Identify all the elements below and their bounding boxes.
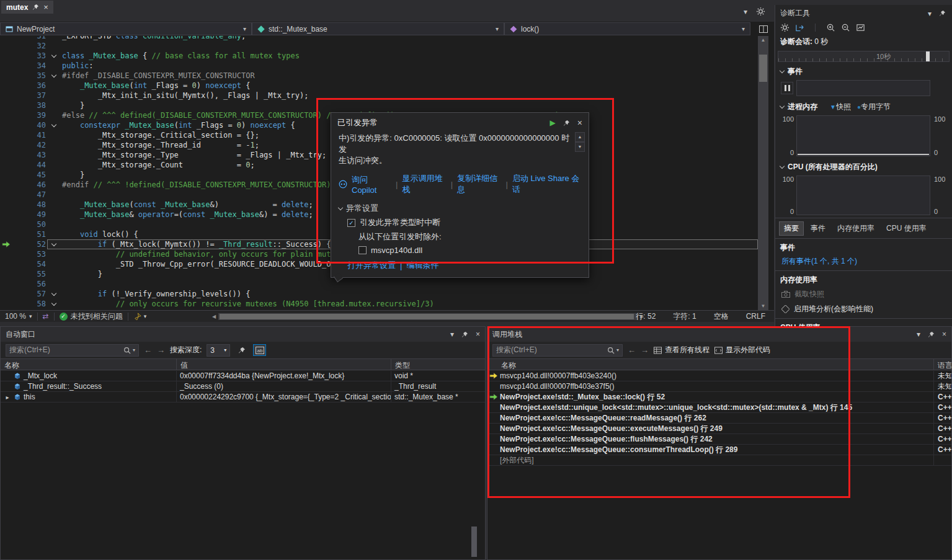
- code-line[interactable]: 58 // only occurs for recursive mutexes …: [0, 299, 758, 309]
- navigate-back-icon[interactable]: ←: [144, 345, 152, 355]
- project-dropdown[interactable]: NewProject ▾: [0, 22, 252, 35]
- stack-frame-row[interactable]: NewProject.exe!std::unique_lock<std::mut…: [487, 402, 951, 413]
- cpu-chart[interactable]: [796, 176, 930, 215]
- action-link[interactable]: 复制详细信息: [457, 173, 501, 195]
- fold-chevron-icon[interactable]: [51, 53, 56, 58]
- eol-indicator[interactable]: CRLF: [746, 312, 765, 321]
- stack-frame-row[interactable]: [外部代码]: [487, 455, 951, 466]
- close-icon[interactable]: ×: [942, 330, 946, 339]
- scrollbar-thumb[interactable]: [471, 527, 477, 557]
- stack-frame-row[interactable]: msvcp140d.dll!00007ffb403e3240()未知: [487, 371, 951, 381]
- navigate-forward-icon[interactable]: →: [157, 345, 165, 355]
- chevron-down-icon[interactable]: ▾: [133, 347, 135, 353]
- break-on-exception-checkbox[interactable]: ✓: [347, 219, 355, 227]
- diagnostics-tab-1[interactable]: 事件: [806, 221, 830, 236]
- pin-icon[interactable]: [928, 331, 935, 338]
- chevron-down-icon[interactable]: ▾: [450, 330, 454, 339]
- stack-frame-row[interactable]: NewProject.exe!cc::MessageQueue::consume…: [487, 445, 951, 455]
- diagnostics-tab-2[interactable]: 内存使用率: [832, 221, 879, 236]
- reset-view-icon[interactable]: [856, 23, 865, 32]
- health-indicator[interactable]: ✓ 未找到相关问题: [60, 311, 123, 322]
- diagnostics-tab-3[interactable]: CPU 使用率: [881, 221, 932, 236]
- text-visualizer-icon[interactable]: ab: [253, 344, 266, 356]
- pin-icon[interactable]: [939, 10, 946, 17]
- column-header-language[interactable]: 语言: [934, 359, 951, 370]
- search-input[interactable]: 搜索(Ctrl+E) ▾: [6, 344, 139, 357]
- stack-frame-row[interactable]: NewProject.exe!cc::MessageQueue::readMes…: [487, 413, 951, 424]
- column-header-name[interactable]: 名称: [1, 359, 177, 370]
- fold-chevron-icon[interactable]: [51, 301, 56, 306]
- view-all-threads-button[interactable]: 查看所有线程: [654, 345, 710, 355]
- spaces-indicator[interactable]: 空格: [714, 311, 729, 322]
- fold-indicator[interactable]: [47, 71, 62, 81]
- action-link[interactable]: 显示调用堆栈: [403, 173, 447, 195]
- search-input[interactable]: 搜索(Ctrl+E) ▾: [492, 344, 623, 357]
- table-row[interactable]: _Mtx_lock0x00007ff7334dd4ba {NewProject.…: [1, 371, 485, 381]
- fold-chevron-icon[interactable]: [51, 122, 56, 127]
- document-health-icon[interactable]: ⇄: [43, 312, 49, 321]
- stack-frame-row[interactable]: NewProject.exe!std::_Mutex_base::lock() …: [487, 392, 951, 402]
- fold-indicator[interactable]: [47, 51, 62, 61]
- pin-icon[interactable]: [563, 120, 570, 127]
- scroll-down-icon[interactable]: ▼: [575, 142, 585, 152]
- module-exclude-checkbox[interactable]: [358, 246, 367, 254]
- code-line[interactable]: 35#ifdef _DISABLE_CONSTEXPR_MUTEX_CONSTR…: [0, 71, 758, 81]
- memory-chart[interactable]: [796, 115, 930, 156]
- code-line[interactable]: 33class _Mutex_base { // base class for …: [0, 51, 758, 61]
- action-link[interactable]: 启动 Live Share 会话: [512, 173, 581, 195]
- column-header-name[interactable]: 名称: [487, 359, 934, 370]
- scroll-left-icon[interactable]: ◀: [210, 314, 218, 319]
- gear-icon[interactable]: [756, 7, 765, 16]
- action-link[interactable]: 编辑条件: [406, 260, 438, 271]
- fold-indicator[interactable]: [47, 239, 62, 249]
- zoom-control[interactable]: 100 % ▾: [5, 312, 32, 321]
- stack-frame-row[interactable]: NewProject.exe!cc::MessageQueue::execute…: [487, 424, 951, 434]
- code-line[interactable]: 36 _Mutex_base(int _Flags = 0) noexcept …: [0, 81, 758, 91]
- fold-indicator[interactable]: [47, 120, 62, 130]
- fold-chevron-icon[interactable]: [51, 73, 56, 78]
- code-line[interactable]: 57 if (!_Verify_ownership_levels()) {: [0, 289, 758, 299]
- member-dropdown[interactable]: lock() ▾: [504, 22, 750, 35]
- pin-properties-icon[interactable]: [235, 344, 248, 356]
- code-line[interactable]: 31_EXPORT_STD class condition_variable_a…: [0, 36, 758, 41]
- column-header-type[interactable]: 类型: [391, 359, 485, 370]
- enable-heap-profiling-button[interactable]: 启用堆分析(会影响性能): [775, 302, 952, 317]
- column-header-value[interactable]: 值: [177, 359, 391, 370]
- expander-icon[interactable]: ▸: [4, 394, 11, 401]
- cursor-line-indicator[interactable]: 行: 52: [636, 311, 656, 322]
- stack-frame-row[interactable]: msvcp140d.dll!00007ffb403e37f5()未知: [487, 381, 951, 392]
- fold-chevron-icon[interactable]: [51, 241, 56, 246]
- code-line[interactable]: 34public:: [0, 61, 758, 71]
- stack-frame-row[interactable]: NewProject.exe!cc::MessageQueue::flushMe…: [487, 434, 951, 445]
- settings-gear-icon[interactable]: [780, 23, 790, 32]
- fold-indicator[interactable]: [47, 299, 62, 309]
- all-events-link[interactable]: 所有事件(1 个, 共 1 个): [775, 255, 952, 269]
- action-link[interactable]: 打开异常设置: [347, 260, 396, 271]
- chevron-down-icon[interactable]: ▾: [928, 9, 932, 18]
- diagnostics-tab-0[interactable]: 摘要: [779, 221, 804, 236]
- chevron-down-icon[interactable]: ▾: [616, 347, 619, 353]
- code-line[interactable]: 38 }: [0, 100, 758, 110]
- navigate-forward-icon[interactable]: →: [641, 345, 649, 355]
- fold-indicator[interactable]: [47, 289, 62, 299]
- fold-chevron-icon[interactable]: [51, 291, 56, 296]
- cpu-section-header[interactable]: CPU (所有处理器的百分比): [775, 159, 952, 174]
- export-icon[interactable]: [795, 24, 804, 32]
- chevron-down-icon[interactable]: ▾: [144, 313, 147, 319]
- editor-vertical-scrollbar[interactable]: ▲ ▼: [758, 36, 768, 310]
- take-snapshot-button[interactable]: 截取快照: [775, 287, 952, 302]
- code-line[interactable]: 37 _Mtx_init_in_situ(_Mymtx(), _Flags | …: [0, 91, 758, 100]
- code-cleanup-icon[interactable]: [133, 313, 141, 321]
- cursor-column-indicator[interactable]: 字符: 1: [673, 311, 696, 322]
- continue-play-icon[interactable]: ▶: [550, 118, 556, 127]
- editor-horizontal-scrollbar[interactable]: ◀ ▶: [210, 313, 646, 321]
- events-chart[interactable]: [796, 80, 930, 96]
- close-icon[interactable]: ×: [43, 3, 48, 11]
- scroll-down-icon[interactable]: ▼: [758, 303, 768, 309]
- code-line[interactable]: 56: [0, 279, 758, 289]
- table-row[interactable]: _Thrd_result::_Success_Success (0)_Thrd_…: [1, 381, 485, 392]
- scroll-up-icon[interactable]: ▲: [758, 37, 768, 43]
- table-row[interactable]: ▸this0x00000224292c9700 {_Mtx_storage={_…: [1, 392, 485, 402]
- close-icon[interactable]: ×: [476, 330, 480, 339]
- pin-icon[interactable]: [461, 331, 468, 338]
